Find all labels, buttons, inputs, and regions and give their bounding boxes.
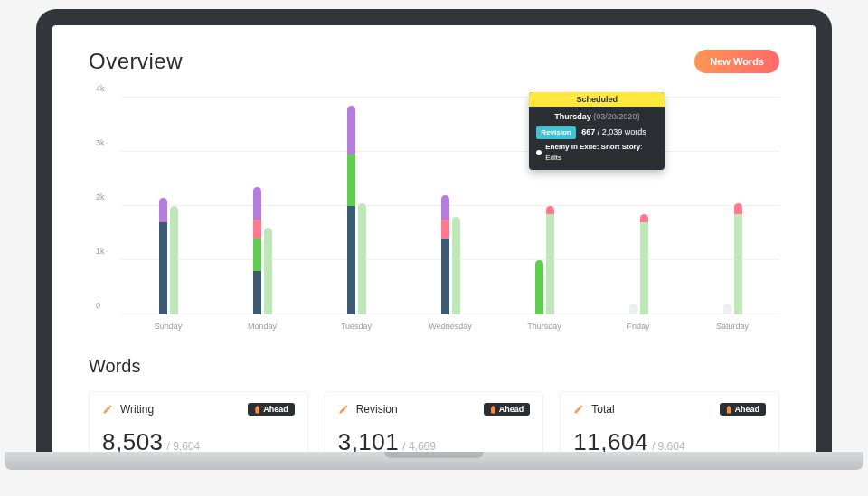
chart-bar[interactable] [629,304,637,314]
card-value: 8,503 [102,428,164,452]
tooltip-tag: Revision [536,126,575,139]
chart-bar[interactable] [347,106,355,314]
pencil-icon [573,404,584,415]
bar-segment [734,214,742,314]
bar-segment [253,187,261,220]
x-tick-label: Thursday [497,322,591,331]
tooltip-header: Scheduled [529,92,665,107]
chart-bar[interactable] [535,260,543,314]
chart-bar[interactable] [253,187,261,314]
chart-tooltip: Scheduled Thursday (03/20/2020) Revision… [529,92,665,170]
bar-segment [347,154,355,206]
x-tick-label: Monday [215,322,309,331]
chart-columns [121,98,779,314]
badge-text: Ahead [263,405,288,414]
card-value-line: 8,503/ 9,604 [102,428,295,452]
chart-plot-area: Scheduled Thursday (03/20/2020) Revision… [121,98,779,314]
bar-segment [640,222,648,314]
words-section-title: Words [89,356,779,377]
words-cards: WritingAhead8,503/ 9,604RevisionAhead3,1… [89,391,779,452]
bar-segment [347,206,355,314]
y-tick-label: 4k [96,84,105,93]
bar-segment [159,222,167,314]
overview-chart: Scheduled Thursday (03/20/2020) Revision… [89,98,779,331]
card-label: Writing [120,403,154,416]
chart-bar[interactable] [640,214,648,314]
tooltip-value: 667 [581,127,595,136]
chart-bar[interactable] [159,198,167,314]
pencil-icon [338,404,349,415]
card-value: 11,604 [573,428,648,452]
x-tick-label: Wednesday [403,322,497,331]
card-label: Total [591,403,614,416]
chart-bar[interactable] [358,203,366,314]
day-column [403,98,497,314]
card-target: / 9,604 [167,440,201,452]
chart-x-axis: SundayMondayTuesdayWednesdayThursdayFrid… [121,322,779,331]
chart-bar[interactable] [441,195,449,314]
y-tick-label: 3k [96,138,105,147]
tooltip-value-line: Revision 667 / 2,039 words [536,126,657,139]
screen-bezel: Overview New Words Scheduled Thursday (0… [36,9,832,452]
bar-segment [253,271,261,314]
y-tick-label: 0 [96,301,100,310]
bar-segment [347,106,355,154]
stat-card: RevisionAhead3,101/ 4,669 [325,391,544,452]
bar-segment [546,206,554,214]
flame-icon [490,406,496,414]
chart-bar[interactable] [734,203,742,314]
chart-bar[interactable] [723,304,731,314]
chart-bar[interactable] [264,228,272,314]
chart-bar[interactable] [170,206,178,314]
badge-text: Ahead [735,405,760,414]
x-tick-label: Friday [591,322,685,331]
card-target: / 9,604 [652,440,685,452]
stat-card: WritingAhead8,503/ 9,604 [89,391,308,452]
bar-segment [546,214,554,314]
x-tick-label: Saturday [685,322,779,331]
laptop-base [5,452,863,470]
ahead-badge: Ahead [484,403,531,416]
bar-segment [441,220,449,239]
ahead-badge: Ahead [720,403,767,416]
card-value-line: 3,101/ 4,669 [338,428,531,452]
bar-segment [441,239,449,314]
x-tick-label: Tuesday [309,322,403,331]
tooltip-target: / 2,039 words [598,127,646,136]
bar-segment [159,198,167,222]
bar-segment [253,239,261,271]
card-value: 3,101 [338,428,400,452]
tooltip-project-line: Enemy in Exile: Short Story: Edits [536,142,657,164]
page-title: Overview [89,49,183,74]
y-tick-label: 2k [96,192,105,201]
laptop-frame: Overview New Words Scheduled Thursday (0… [36,9,832,470]
app-screen: Overview New Words Scheduled Thursday (0… [52,25,816,452]
tooltip-project: Enemy in Exile: Short Story [545,143,640,151]
day-column [309,98,403,314]
flame-icon [254,406,260,414]
header: Overview New Words [89,49,779,74]
x-tick-label: Sunday [121,322,215,331]
bar-segment [253,220,261,239]
day-column [121,98,215,314]
y-tick-label: 1k [96,247,105,256]
card-value-line: 11,604/ 9,604 [573,428,766,452]
card-target: / 4,669 [402,440,436,452]
new-words-button[interactable]: New Words [694,50,779,73]
badge-text: Ahead [499,405,524,414]
card-label: Revision [356,403,398,416]
tooltip-date: (03/20/2020) [593,112,639,121]
pencil-icon [102,404,113,415]
bar-segment [640,214,648,222]
chart-bar[interactable] [452,217,460,314]
day-column [215,98,309,314]
flame-icon [726,406,732,414]
day-column [685,98,779,314]
chart-bar[interactable] [546,206,554,314]
tooltip-day: Thursday [554,112,591,121]
bullet-icon [536,150,542,155]
stat-card: TotalAhead11,604/ 9,604 [560,391,779,452]
ahead-badge: Ahead [248,403,295,416]
bar-segment [734,203,742,214]
tooltip-date-line: Thursday (03/20/2020) [536,111,657,124]
